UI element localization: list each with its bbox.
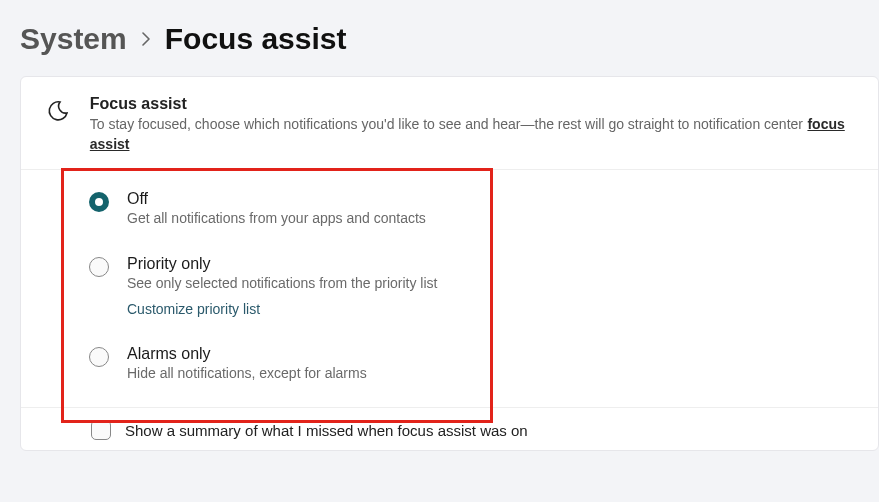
breadcrumb: System Focus assist bbox=[0, 0, 879, 76]
moon-icon bbox=[45, 95, 72, 123]
option-alarms-only[interactable]: Alarms only Hide all notifications, exce… bbox=[49, 337, 878, 389]
option-label: Priority only bbox=[127, 255, 437, 273]
customize-priority-list-link[interactable]: Customize priority list bbox=[127, 301, 437, 317]
option-desc: See only selected notifications from the… bbox=[127, 274, 437, 293]
option-desc: Hide all notifications, except for alarm… bbox=[127, 364, 367, 383]
page-title: Focus assist bbox=[165, 22, 347, 56]
section-title: Focus assist bbox=[90, 95, 854, 113]
breadcrumb-parent[interactable]: System bbox=[20, 22, 127, 56]
summary-checkbox-row: Show a summary of what I missed when foc… bbox=[21, 407, 878, 450]
option-off[interactable]: Off Get all notifications from your apps… bbox=[49, 182, 878, 234]
option-label: Alarms only bbox=[127, 345, 367, 363]
radio-off[interactable] bbox=[89, 192, 109, 212]
radio-priority-only[interactable] bbox=[89, 257, 109, 277]
option-desc: Get all notifications from your apps and… bbox=[127, 209, 426, 228]
option-priority-only[interactable]: Priority only See only selected notifica… bbox=[49, 247, 878, 323]
option-label: Off bbox=[127, 190, 426, 208]
summary-checkbox[interactable] bbox=[91, 420, 111, 440]
mode-options: Off Get all notifications from your apps… bbox=[21, 170, 878, 408]
summary-checkbox-label: Show a summary of what I missed when foc… bbox=[125, 422, 528, 439]
radio-alarms-only[interactable] bbox=[89, 347, 109, 367]
settings-card: Focus assist To stay focused, choose whi… bbox=[20, 76, 879, 451]
chevron-right-icon bbox=[141, 28, 151, 51]
section-header: Focus assist To stay focused, choose whi… bbox=[21, 77, 878, 170]
section-subtitle: To stay focused, choose which notificati… bbox=[90, 116, 803, 132]
